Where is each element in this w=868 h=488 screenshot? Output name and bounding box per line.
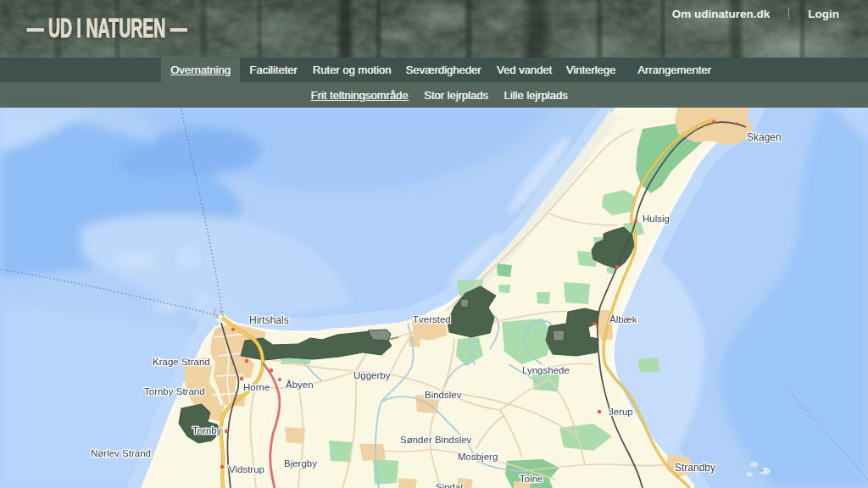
- svg-text:Vidstrup: Vidstrup: [229, 464, 264, 474]
- svg-text:Jerup: Jerup: [609, 407, 633, 417]
- svg-text:Bjergby: Bjergby: [284, 458, 317, 469]
- svg-text:Ålbæk: Ålbæk: [609, 314, 637, 324]
- svg-text:Tversted: Tversted: [413, 314, 451, 324]
- svg-text:Skagen: Skagen: [747, 131, 782, 143]
- svg-text:Bindslev: Bindslev: [425, 390, 462, 400]
- svg-text:Hirtshals: Hirtshals: [249, 314, 289, 326]
- svg-text:Nørlev Strand: Nørlev Strand: [91, 448, 151, 458]
- svg-text:Krage Strand: Krage Strand: [153, 357, 210, 367]
- svg-text:Åbyen: Åbyen: [286, 380, 314, 390]
- svg-text:Horne: Horne: [243, 382, 270, 392]
- svg-text:Uggerby: Uggerby: [353, 370, 391, 380]
- svg-text:Hulsig: Hulsig: [643, 214, 670, 224]
- svg-text:Strandby: Strandby: [675, 462, 715, 474]
- svg-text:Lyngshede: Lyngshede: [522, 365, 570, 375]
- svg-text:Sindal: Sindal: [436, 482, 463, 488]
- svg-text:Tornby Strand: Tornby Strand: [144, 386, 205, 396]
- svg-text:Tolne: Tolne: [520, 474, 543, 484]
- svg-text:Sønder Bindslev: Sønder Bindslev: [400, 435, 472, 445]
- svg-text:Tornby: Tornby: [192, 425, 222, 435]
- svg-text:Mosbjerg: Mosbjerg: [458, 452, 498, 462]
